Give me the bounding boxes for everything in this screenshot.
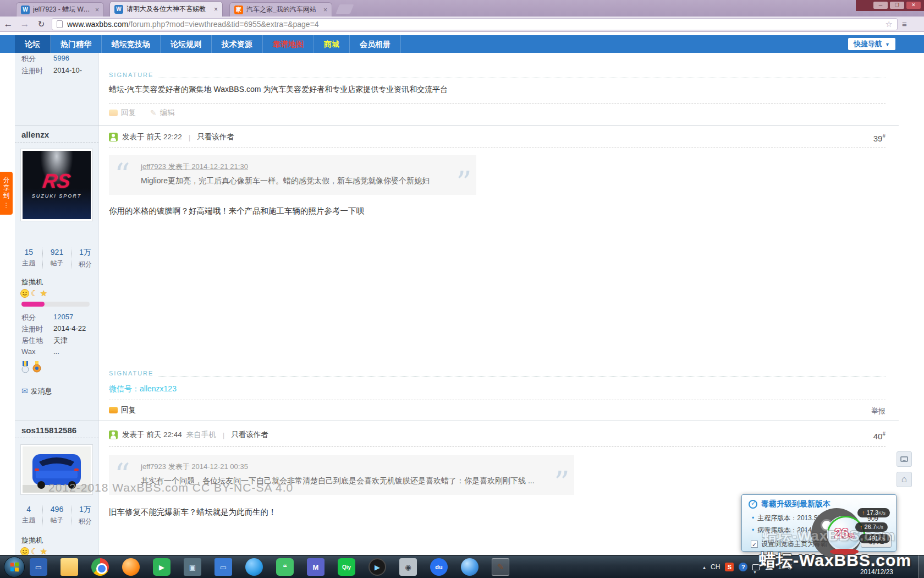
chrome-icon[interactable] bbox=[91, 558, 109, 576]
input-language[interactable]: CH bbox=[711, 563, 720, 571]
browser-menu-icon[interactable]: ≡ bbox=[902, 19, 907, 29]
new-tab-button[interactable] bbox=[336, 4, 354, 14]
checkbox-icon[interactable]: ✓ bbox=[751, 541, 758, 548]
avatar[interactable]: RS SUZUKI SPORT bbox=[20, 149, 93, 221]
author-badge-icon bbox=[109, 133, 118, 141]
tab-close-icon[interactable]: × bbox=[323, 6, 327, 14]
help-icon[interactable]: ? bbox=[739, 563, 747, 571]
explorer-icon[interactable]: ▭ bbox=[30, 558, 47, 576]
signature-label: SIGNATURE bbox=[109, 72, 153, 78]
show-desktop-button[interactable] bbox=[918, 555, 924, 578]
quick-nav-button[interactable]: 快捷导航▼ bbox=[848, 38, 895, 50]
bookmark-star-icon[interactable]: ☆ bbox=[886, 19, 893, 29]
post-body: 你用的米格的镀膜啊？好高端哦！来个产品和施工车辆的照片参考一下呗 bbox=[109, 206, 877, 216]
share-tab[interactable]: 分享到⋮ bbox=[0, 172, 13, 215]
signature-text: 微信号：allenzx123 bbox=[109, 384, 177, 394]
minimize-button[interactable]: ─ bbox=[873, 2, 888, 9]
sogou-icon[interactable]: S bbox=[725, 563, 734, 571]
tab-close-icon[interactable]: × bbox=[214, 6, 218, 13]
tab-close-icon[interactable]: × bbox=[95, 6, 99, 14]
close-button[interactable]: ✕ bbox=[906, 2, 921, 9]
folder-icon[interactable] bbox=[61, 558, 78, 576]
nav-item-hot[interactable]: 热门精华 bbox=[51, 35, 102, 53]
report-link[interactable]: 举报 bbox=[871, 406, 886, 416]
tab-3[interactable]: 家 汽车之家_我的汽车网站 × bbox=[229, 2, 332, 17]
stat-label: 帖子 bbox=[43, 516, 70, 525]
stat-value[interactable]: 921 bbox=[43, 248, 70, 257]
post-39: allenzx RS SUZUKI SPORT 15主题 921帖子 1万积分 … bbox=[15, 126, 899, 421]
ribbon-medal-icon bbox=[21, 361, 29, 373]
floor-number[interactable]: 39# bbox=[873, 133, 886, 143]
feedback-button[interactable] bbox=[897, 451, 912, 467]
wechat-icon[interactable]: ❝ bbox=[276, 558, 294, 576]
smiley-icon bbox=[20, 547, 29, 555]
my-computer-icon[interactable]: ▣ bbox=[184, 558, 201, 576]
bullet-icon: • bbox=[752, 526, 754, 534]
profile-label: 注册时 bbox=[21, 66, 53, 76]
stat-value[interactable]: 4 bbox=[15, 505, 42, 514]
quote-source-link[interactable]: jeff7923 发表于 2014-12-21 21:30 bbox=[141, 162, 448, 172]
nav-item-forum[interactable]: 论坛 bbox=[15, 35, 51, 53]
stat-value[interactable]: 1万 bbox=[72, 505, 99, 515]
address-bar[interactable]: www.waxbbs.com /forum.php?mod=viewthread… bbox=[52, 18, 898, 30]
username-link[interactable]: allenzx bbox=[21, 130, 49, 139]
url-path: /forum.php?mod=viewthread&tid=6955&extra… bbox=[128, 20, 885, 29]
waxbbs-favicon: W bbox=[114, 5, 123, 14]
nav-item-rules[interactable]: 论坛规则 bbox=[161, 35, 212, 53]
post-time: 发表于 前天 22:22 bbox=[122, 132, 182, 142]
send-message-link[interactable]: ✉发消息 bbox=[21, 386, 52, 396]
nav-item-map[interactable]: 靠谱地图 bbox=[263, 35, 314, 53]
site-watermark: 蜡坛-WaxBBS.com bbox=[762, 526, 895, 546]
mail-icon[interactable]: M bbox=[307, 558, 324, 576]
edit-button[interactable]: ✎编辑 bbox=[150, 108, 175, 118]
moon-icon: ☾ bbox=[31, 547, 38, 555]
stat-label: 帖子 bbox=[43, 259, 70, 268]
tab-1[interactable]: W jeff7923 - 蜡坛 WaxBBS × bbox=[16, 2, 104, 17]
profile-value[interactable]: 5996 bbox=[53, 54, 69, 64]
waxbbs-favicon: W bbox=[21, 6, 30, 14]
from-mobile-label[interactable]: 来自手机 bbox=[186, 430, 216, 440]
only-author-link[interactable]: 只看该作者 bbox=[231, 430, 268, 440]
stat-value[interactable]: 1万 bbox=[72, 248, 99, 258]
stat-value[interactable]: 15 bbox=[15, 248, 42, 257]
qq-browser-icon[interactable] bbox=[245, 558, 263, 576]
comment-icon bbox=[900, 456, 908, 462]
floor-number[interactable]: 40# bbox=[873, 431, 886, 441]
start-button[interactable] bbox=[4, 557, 25, 577]
reply-bubble-icon bbox=[109, 407, 118, 413]
potplayer-icon[interactable]: ▶ bbox=[369, 558, 386, 576]
username-link[interactable]: sos115812586 bbox=[21, 426, 76, 435]
only-author-link[interactable]: 只看该作者 bbox=[197, 132, 234, 142]
back-icon[interactable]: ← bbox=[0, 19, 16, 30]
browser-sphere-icon[interactable] bbox=[461, 558, 479, 576]
reply-button[interactable]: 回复 bbox=[109, 405, 136, 415]
maximize-button[interactable]: ❐ bbox=[890, 2, 904, 9]
stat-value[interactable]: 496 bbox=[43, 505, 70, 514]
nav-item-tech[interactable]: 技术资源 bbox=[212, 35, 263, 53]
iqiyi-icon[interactable]: Qiy bbox=[338, 558, 355, 576]
duba-logo-icon bbox=[749, 500, 757, 509]
reply-button[interactable]: 回复 bbox=[109, 108, 136, 118]
round-medal-icon bbox=[32, 361, 41, 373]
forward-icon[interactable]: → bbox=[16, 19, 33, 30]
nav-item-arena[interactable]: 蜡坛竞技场 bbox=[102, 35, 161, 53]
nav-item-mall[interactable]: 商城 bbox=[314, 35, 350, 53]
popup-line: 主程序版本：2013.SP bbox=[757, 514, 822, 522]
baidu-icon[interactable]: du bbox=[430, 558, 448, 576]
nav-item-album[interactable]: 会员相册 bbox=[350, 35, 401, 53]
360-browser-icon[interactable] bbox=[122, 558, 140, 576]
camera-icon[interactable]: ◉ bbox=[399, 558, 417, 576]
user-group: 旋抛机 bbox=[21, 536, 43, 546]
profile-value: ... bbox=[53, 347, 59, 356]
profile-value[interactable]: 12057 bbox=[53, 313, 73, 323]
author-sidebar: 积分5996 注册时2014-10- bbox=[15, 53, 99, 125]
post-time: 发表于 前天 22:44 bbox=[122, 430, 182, 440]
reload-icon[interactable]: ↻ bbox=[33, 19, 50, 29]
pps-player-icon[interactable]: ▶ bbox=[153, 558, 170, 576]
back-to-top-button[interactable]: ⌂ bbox=[897, 472, 912, 487]
profile-value: 天津 bbox=[53, 336, 68, 346]
tray-expand-icon[interactable]: ▴ bbox=[703, 564, 706, 570]
paint-icon-active[interactable]: ✎ bbox=[492, 558, 509, 576]
display-icon[interactable]: ▭ bbox=[215, 558, 232, 576]
tab-2-active[interactable]: W 请明大及各位大神不吝赐教 × bbox=[109, 1, 223, 17]
